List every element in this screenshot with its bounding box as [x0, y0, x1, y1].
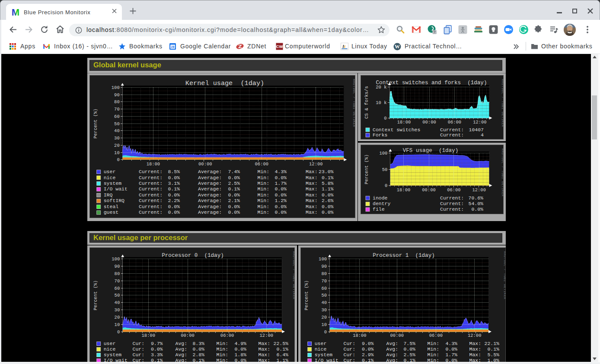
svg-text:22.5%: 22.5% [273, 341, 288, 346]
svg-text:60: 60 [115, 286, 120, 291]
svg-text:Cur:: Cur: [344, 346, 356, 352]
svg-text:nice: nice [104, 175, 116, 180]
svg-text:06:00: 06:00 [255, 161, 269, 167]
svg-text:4.3%: 4.3% [274, 169, 287, 174]
svg-text:Max:: Max: [259, 358, 271, 362]
svg-text:Min:: Min: [428, 358, 440, 362]
svg-text:Max:: Max: [306, 169, 318, 174]
svg-text:Min:: Min: [258, 180, 270, 186]
svg-text:0.0%: 0.0% [274, 204, 287, 209]
svg-text:100: 100 [112, 256, 120, 262]
svg-text:steal: steal [104, 204, 119, 209]
svg-text:system: system [315, 352, 333, 358]
svg-text:2.2%: 2.2% [168, 198, 180, 203]
svg-text:00:00: 00:00 [198, 161, 212, 167]
svg-text:user: user [315, 341, 327, 346]
svg-text:Average:: Average: [198, 192, 222, 198]
svg-text:0.0%: 0.0% [322, 192, 334, 198]
svg-text:18:00: 18:00 [397, 187, 411, 193]
svg-text:1.1%: 1.1% [276, 358, 288, 362]
svg-text:20: 20 [114, 143, 120, 148]
svg-text:Context switches and forks (1: Context switches and forks (1day) [376, 80, 487, 86]
svg-text:inode: inode [373, 195, 388, 201]
svg-text:8.5%: 8.5% [168, 169, 180, 174]
svg-text:Max:: Max: [306, 180, 318, 186]
svg-text:0.0%: 0.0% [274, 186, 287, 192]
svg-text:CS & forks/s: CS & forks/s [364, 86, 369, 119]
svg-text:0.0%: 0.0% [274, 192, 287, 198]
svg-text:Avg:: Avg: [176, 346, 188, 352]
svg-text:0: 0 [385, 183, 387, 188]
svg-text:7.5%: 7.5% [403, 341, 415, 346]
svg-text:Max:: Max: [259, 346, 271, 352]
svg-text:0.0%: 0.0% [168, 204, 180, 209]
svg-text:8.3%: 8.3% [192, 341, 204, 346]
svg-text:Min:: Min: [217, 341, 229, 346]
svg-text:80: 80 [321, 271, 327, 276]
svg-text:1.8%: 1.8% [234, 352, 246, 358]
svg-text:Current:: Current: [440, 195, 464, 201]
svg-text:Max:: Max: [469, 358, 482, 362]
svg-text:Percent (%): Percent (%) [93, 280, 98, 310]
svg-text:4.3%: 4.3% [445, 341, 457, 346]
svg-text:Percent (%): Percent (%) [93, 108, 98, 138]
svg-text:0.1%: 0.1% [151, 358, 163, 362]
svg-text:20: 20 [321, 315, 327, 320]
svg-text:10: 10 [114, 150, 120, 155]
svg-text:0.0%: 0.0% [445, 358, 457, 362]
svg-text:2.6%: 2.6% [322, 198, 334, 203]
svg-text:Cur:: Cur: [133, 341, 145, 346]
svg-text:Avg:: Avg: [386, 358, 399, 362]
svg-text:Min:: Min: [258, 209, 270, 215]
svg-text:0.0%: 0.0% [322, 204, 334, 209]
svg-text:0.0%: 0.0% [228, 204, 240, 209]
svg-text:90: 90 [115, 264, 120, 269]
svg-text:20: 20 [115, 315, 120, 320]
svg-text:Avg:: Avg: [386, 341, 399, 346]
svg-text:5.8%: 5.8% [322, 180, 334, 186]
svg-text:Processor 1 (1day): Processor 1 (1day) [373, 253, 435, 259]
svg-text:40: 40 [114, 128, 120, 133]
svg-text:Min:: Min: [217, 346, 229, 352]
svg-text:0.0%: 0.0% [445, 346, 457, 352]
svg-text:3.1%: 3.1% [168, 180, 180, 186]
svg-text:Current:: Current: [139, 186, 163, 192]
svg-text:CW: CW [276, 44, 283, 49]
svg-text:2.8%: 2.8% [192, 352, 204, 358]
svg-text:Cur:: Cur: [344, 352, 356, 358]
svg-text:file: file [373, 206, 385, 212]
svg-text:3.3%: 3.3% [151, 352, 163, 358]
svg-text:nice: nice [104, 346, 116, 352]
svg-text:0.0%: 0.0% [168, 175, 180, 180]
svg-text:Kernel usage (1day): Kernel usage (1day) [185, 79, 264, 87]
svg-text:Current:: Current: [440, 201, 464, 206]
svg-text:Min:: Min: [258, 198, 270, 203]
svg-text:60: 60 [114, 114, 120, 119]
svg-text:Max:: Max: [259, 341, 271, 346]
svg-text:Max:: Max: [306, 198, 318, 203]
svg-text:Avg:: Avg: [176, 352, 188, 358]
svg-text:100: 100 [112, 85, 120, 90]
svg-text:Min:: Min: [258, 192, 270, 198]
svg-text:0.1%: 0.1% [168, 186, 180, 192]
svg-text:30: 30 [114, 136, 120, 141]
svg-text:Cur:: Cur: [133, 358, 145, 362]
svg-text:Max:: Max: [469, 352, 482, 358]
svg-text:0.1%: 0.1% [487, 346, 499, 352]
svg-text:00:00: 00:00 [390, 333, 404, 338]
svg-text:70: 70 [115, 279, 120, 284]
svg-text:4: 4 [481, 132, 484, 138]
svg-text:Min:: Min: [258, 186, 270, 192]
svg-text:Cur:: Cur: [344, 358, 356, 362]
svg-text:0.0%: 0.0% [234, 346, 246, 352]
svg-text:Min:: Min: [258, 169, 270, 174]
svg-text:9.7%: 9.7% [151, 341, 163, 346]
svg-text:12:00: 12:00 [260, 333, 274, 338]
svg-text:Avg:: Avg: [386, 346, 399, 352]
svg-text:06:00: 06:00 [447, 187, 461, 193]
svg-text:RRDTOOL / TOBI OETIKER: RRDTOOL / TOBI OETIKER [501, 149, 504, 196]
svg-text:RRDTOOL / TOBI OETIKER: RRDTOOL / TOBI OETIKER [292, 251, 295, 299]
svg-text:2.5%: 2.5% [403, 352, 415, 358]
svg-text:0.0%: 0.0% [168, 209, 180, 215]
svg-text:Current:: Current: [440, 132, 464, 138]
